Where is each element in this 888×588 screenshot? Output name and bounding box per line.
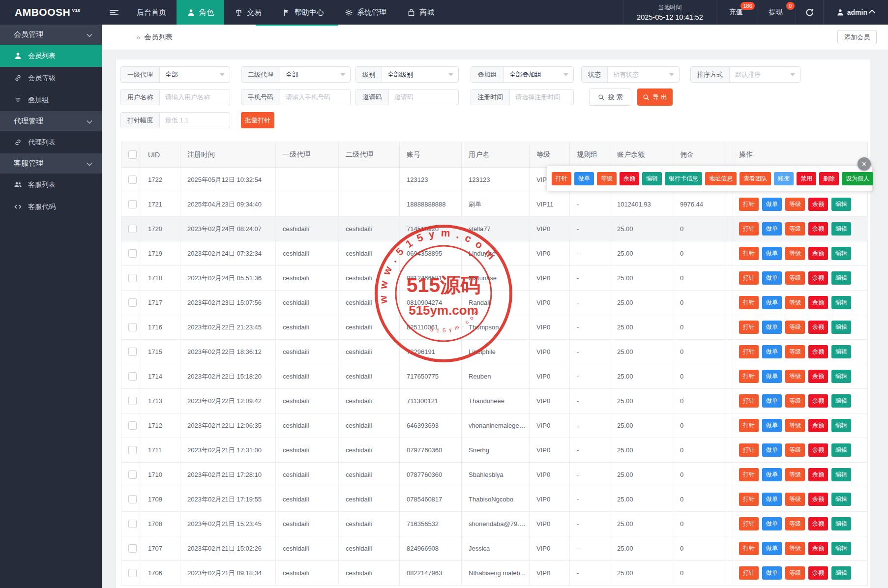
nav-item-4[interactable]: 帮助中心 — [272, 0, 334, 25]
action-blue-button[interactable]: 做单 — [762, 370, 782, 383]
action-blue-button[interactable]: 做单 — [762, 394, 782, 408]
action-orange-button[interactable]: 打针 — [739, 468, 759, 481]
popup-action-5[interactable]: 编辑 — [642, 172, 662, 185]
nav-item-3[interactable]: 交易 — [224, 0, 272, 25]
sidebar-item-6[interactable]: 代理列表 — [0, 131, 102, 153]
row-checkbox[interactable] — [128, 200, 137, 208]
filter-text-input[interactable] — [165, 93, 224, 101]
popup-action-2[interactable]: 做单 — [574, 172, 594, 185]
row-checkbox[interactable] — [128, 298, 137, 307]
popup-close-icon[interactable]: × — [858, 157, 871, 171]
action-orange-button[interactable]: 等级 — [785, 271, 805, 285]
action-blue-button[interactable]: 做单 — [762, 468, 782, 481]
filter-select-6[interactable]: 排序方式默认排序 — [690, 66, 800, 83]
user-menu[interactable]: admin — [823, 0, 888, 25]
row-checkbox[interactable] — [128, 544, 137, 553]
recharge-button[interactable]: 充值 186 — [716, 0, 756, 25]
action-red-button[interactable]: 余额 — [808, 542, 828, 555]
action-orange-button[interactable]: 等级 — [785, 394, 805, 408]
action-blue-button[interactable]: 做单 — [762, 296, 782, 309]
sidebar-item-7[interactable]: 客服管理 — [0, 153, 102, 174]
action-orange-button[interactable]: 打针 — [739, 566, 759, 580]
sidebar-item-3[interactable]: 会员等级 — [0, 67, 102, 89]
refresh-button[interactable] — [796, 0, 823, 25]
action-blue-button[interactable]: 做单 — [762, 247, 782, 260]
action-orange-button[interactable]: 打针 — [739, 542, 759, 555]
popup-action-10[interactable]: 禁用 — [797, 172, 816, 185]
action-orange-button[interactable]: 打针 — [739, 345, 759, 358]
action-red-button[interactable]: 余额 — [808, 222, 828, 235]
action-teal-button[interactable]: 编辑 — [831, 394, 851, 408]
action-orange-button[interactable]: 打针 — [739, 222, 759, 235]
filter-text-input[interactable] — [286, 93, 345, 101]
action-red-button[interactable]: 余额 — [808, 468, 828, 481]
filter-select-5[interactable]: 状态所有状态 — [581, 66, 680, 83]
action-teal-button[interactable]: 编辑 — [831, 271, 851, 285]
sidebar-item-9[interactable]: 客服代码 — [0, 196, 102, 218]
action-orange-button[interactable]: 打针 — [739, 321, 759, 334]
action-orange-button[interactable]: 打针 — [739, 443, 759, 457]
popup-action-6[interactable]: 银行卡信息 — [665, 172, 702, 185]
action-red-button[interactable]: 余额 — [808, 271, 828, 285]
action-teal-button[interactable]: 编辑 — [831, 345, 851, 358]
action-teal-button[interactable]: 编辑 — [831, 198, 851, 211]
action-orange-button[interactable]: 打针 — [739, 394, 759, 408]
row-checkbox[interactable] — [128, 176, 137, 184]
action-red-button[interactable]: 余额 — [808, 296, 828, 309]
action-teal-button[interactable]: 编辑 — [831, 542, 851, 555]
filter-select-value-wrap[interactable]: 默认排序 — [730, 67, 800, 82]
filter-select-value-wrap[interactable]: 全部 — [160, 67, 230, 82]
filter-select-2[interactable]: 二级代理全部 — [241, 66, 351, 83]
action-red-button[interactable]: 余额 — [808, 394, 828, 408]
action-orange-button[interactable]: 打针 — [739, 370, 759, 383]
action-red-button[interactable]: 余额 — [808, 517, 828, 530]
row-checkbox[interactable] — [128, 495, 137, 503]
action-teal-button[interactable]: 编辑 — [831, 321, 851, 334]
popup-action-11[interactable]: 删除 — [819, 172, 839, 185]
action-red-button[interactable]: 余额 — [808, 370, 828, 383]
action-orange-button[interactable]: 等级 — [785, 222, 805, 235]
action-red-button[interactable]: 余额 — [808, 419, 828, 432]
filter-select-value-wrap[interactable]: 全部级别 — [382, 67, 458, 82]
action-blue-button[interactable]: 做单 — [762, 271, 782, 285]
action-teal-button[interactable]: 编辑 — [831, 468, 851, 481]
action-orange-button[interactable]: 等级 — [785, 198, 805, 211]
row-checkbox[interactable] — [128, 520, 137, 528]
action-orange-button[interactable]: 等级 — [785, 296, 805, 309]
sidebar-item-1[interactable]: 会员管理 — [0, 25, 102, 45]
row-checkbox[interactable] — [128, 372, 137, 381]
row-checkbox[interactable] — [128, 421, 137, 430]
action-orange-button[interactable]: 等级 — [785, 566, 805, 580]
action-teal-button[interactable]: 编辑 — [831, 419, 851, 432]
action-orange-button[interactable]: 等级 — [785, 542, 805, 555]
action-red-button[interactable]: 余额 — [808, 493, 828, 506]
row-checkbox[interactable] — [128, 470, 137, 479]
action-teal-button[interactable]: 编辑 — [831, 493, 851, 506]
action-teal-button[interactable]: 编辑 — [831, 566, 851, 580]
filter-select-4[interactable]: 叠加组全部叠加组 — [471, 66, 574, 83]
action-orange-button[interactable]: 打针 — [739, 247, 759, 260]
search-button[interactable]: 搜 索 — [589, 88, 631, 106]
action-orange-button[interactable]: 等级 — [785, 443, 805, 457]
row-checkbox[interactable] — [128, 323, 137, 331]
action-orange-button[interactable]: 等级 — [785, 321, 805, 334]
action-teal-button[interactable]: 编辑 — [831, 517, 851, 530]
popup-action-9[interactable]: 账变 — [774, 172, 794, 185]
popup-action-8[interactable]: 查看团队 — [740, 172, 771, 185]
sidebar-item-4[interactable]: 叠加组 — [0, 89, 102, 111]
filter-select-value-wrap[interactable]: 所有状态 — [608, 67, 679, 82]
nav-item-2[interactable]: 角色 — [177, 0, 224, 25]
row-checkbox[interactable] — [128, 274, 137, 282]
action-orange-button[interactable]: 等级 — [785, 370, 805, 383]
action-orange-button[interactable]: 打针 — [739, 271, 759, 285]
nav-item-5[interactable]: 系统管理 — [334, 0, 397, 25]
row-checkbox[interactable] — [128, 249, 137, 258]
row-checkbox[interactable] — [128, 446, 137, 454]
row-checkbox[interactable] — [128, 225, 137, 233]
nav-item-6[interactable]: 商城 — [397, 0, 444, 25]
action-orange-button[interactable]: 等级 — [785, 345, 805, 358]
menu-toggle-icon[interactable] — [102, 0, 126, 25]
select-all-checkbox[interactable] — [128, 150, 137, 159]
nav-item-1[interactable]: 后台首页 — [126, 0, 177, 25]
popup-action-7[interactable]: 地址信息 — [705, 172, 737, 185]
